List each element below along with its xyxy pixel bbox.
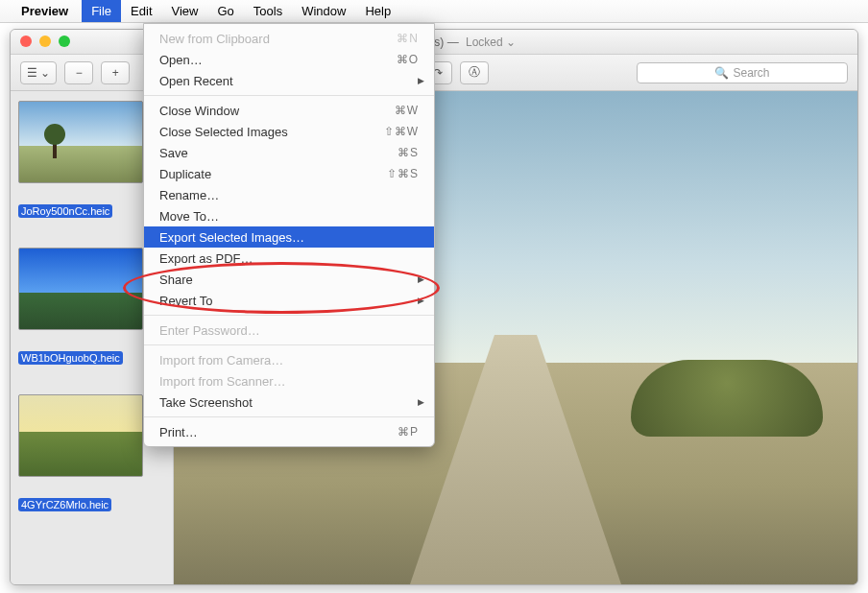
menu-item-label: Close Window — [159, 104, 239, 118]
file-menu-dropdown: New from Clipboard⌘NOpen…⌘OOpen RecentCl… — [143, 23, 435, 447]
menu-item-label: Close Selected Images — [159, 125, 288, 139]
zoom-in-button[interactable]: + — [101, 61, 130, 84]
menu-item-close-selected-images[interactable]: Close Selected Images⇧⌘W — [144, 121, 434, 142]
menu-item-label: Print… — [159, 425, 198, 439]
menu-item-export-as-pdf[interactable]: Export as PDF… — [144, 248, 434, 269]
sidebar-toggle-button[interactable]: ☰ ⌄ — [20, 61, 57, 84]
zoom-window-button[interactable] — [59, 36, 70, 47]
markup-button[interactable]: Ⓐ — [460, 61, 489, 84]
menu-item-label: Import from Camera… — [159, 353, 283, 368]
menu-item-label: Enter Password… — [159, 323, 260, 338]
menu-item-label: New from Clipboard — [159, 32, 270, 46]
close-window-button[interactable] — [20, 36, 32, 47]
menu-edit[interactable]: Edit — [121, 0, 161, 22]
menu-shortcut: ⌘S — [398, 146, 419, 159]
menu-file[interactable]: File — [82, 0, 121, 22]
menu-item-share[interactable]: Share — [144, 269, 434, 290]
thumbnail-filename: JoRoy500nCc.heic — [18, 204, 112, 218]
menu-item-take-screenshot[interactable]: Take Screenshot — [144, 391, 434, 413]
menu-item-label: Export as PDF… — [159, 251, 253, 266]
window-controls — [20, 36, 70, 47]
menu-item-label: Share — [159, 273, 193, 287]
menu-item-label: Import from Scanner… — [159, 374, 286, 389]
search-field[interactable]: 🔍 Search — [637, 62, 848, 83]
menu-item-enter-password: Enter Password… — [144, 320, 434, 341]
menu-item-label: Duplicate — [159, 167, 211, 181]
menu-shortcut: ⌘N — [397, 32, 419, 45]
menu-tools[interactable]: Tools — [244, 0, 292, 22]
menu-shortcut: ⇧⌘W — [384, 125, 419, 138]
menu-item-move-to[interactable]: Move To… — [144, 205, 434, 226]
menu-item-label: Rename… — [159, 188, 219, 202]
menu-item-label: Save — [159, 146, 188, 160]
menu-window[interactable]: Window — [292, 0, 355, 22]
menu-item-open[interactable]: Open…⌘O — [144, 49, 434, 70]
search-icon: 🔍 — [714, 66, 729, 80]
system-menubar: Preview FileEditViewGoToolsWindowHelp — [0, 0, 868, 23]
menu-item-label: Open Recent — [159, 74, 233, 88]
menu-item-save[interactable]: Save⌘S — [144, 142, 434, 163]
menu-item-duplicate[interactable]: Duplicate⇧⌘S — [144, 163, 434, 184]
menu-item-label: Move To… — [159, 209, 219, 224]
menu-shortcut: ⇧⌘S — [387, 167, 419, 180]
menu-view[interactable]: View — [162, 0, 208, 22]
menu-item-close-window[interactable]: Close Window⌘W — [144, 100, 434, 121]
menu-item-label: Open… — [159, 53, 203, 67]
menu-shortcut: ⌘O — [397, 53, 419, 66]
menu-item-label: Take Screenshot — [159, 395, 253, 410]
menu-item-label: Revert To — [159, 294, 212, 308]
locked-indicator[interactable]: Locked ⌄ — [463, 36, 516, 49]
menu-item-rename[interactable]: Rename… — [144, 184, 434, 205]
menu-item-export-selected-images[interactable]: Export Selected Images… — [144, 226, 434, 248]
zoom-out-button[interactable]: − — [64, 61, 93, 84]
menu-item-label: Export Selected Images… — [159, 230, 304, 245]
menu-item-import-from-camera: Import from Camera… — [144, 349, 434, 370]
menu-help[interactable]: Help — [355, 0, 400, 22]
menu-item-new-from-clipboard: New from Clipboard⌘N — [144, 28, 434, 49]
app-name[interactable]: Preview — [21, 4, 68, 18]
thumbnail-filename: WB1bOHguobQ.heic — [18, 351, 123, 365]
menu-go[interactable]: Go — [207, 0, 243, 22]
menu-shortcut: ⌘P — [398, 425, 419, 439]
menu-shortcut: ⌘W — [395, 104, 419, 117]
menu-item-open-recent[interactable]: Open Recent — [144, 70, 434, 91]
thumbnail-filename: 4GYrCZ6Mrlo.heic — [18, 498, 111, 511]
search-placeholder: Search — [733, 66, 769, 80]
minimize-window-button[interactable] — [39, 36, 51, 47]
menu-item-import-from-scanner: Import from Scanner… — [144, 370, 434, 391]
menu-item-revert-to[interactable]: Revert To — [144, 290, 434, 311]
menu-item-print[interactable]: Print…⌘P — [144, 421, 434, 442]
